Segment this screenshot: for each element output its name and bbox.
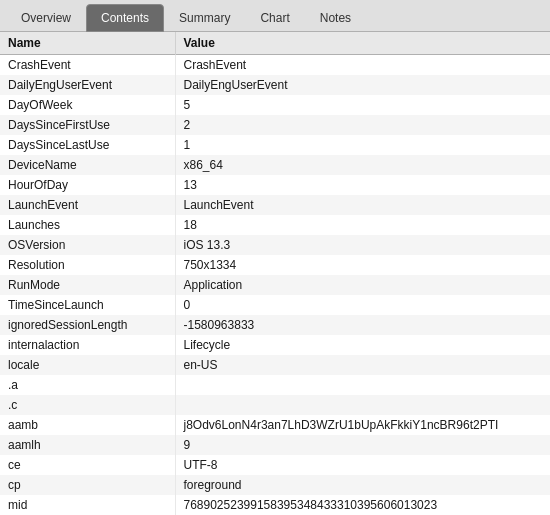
cell-name: DailyEngUserEvent [0, 75, 175, 95]
cell-name: DaysSinceFirstUse [0, 115, 175, 135]
table-row[interactable]: internalactionLifecycle [0, 335, 550, 355]
table-row[interactable]: mid7689025239915839534843331039560601302… [0, 495, 550, 515]
table-row[interactable]: DaysSinceLastUse1 [0, 135, 550, 155]
table-row[interactable]: CrashEventCrashEvent [0, 55, 550, 76]
tab-overview[interactable]: Overview [6, 4, 86, 32]
cell-value: 13 [175, 175, 550, 195]
cell-value: 18 [175, 215, 550, 235]
column-header-name: Name [0, 32, 175, 55]
table-row[interactable]: TimeSinceLaunch0 [0, 295, 550, 315]
cell-name: aamb [0, 415, 175, 435]
cell-name: CrashEvent [0, 55, 175, 76]
cell-value [175, 375, 550, 395]
cell-name: .a [0, 375, 175, 395]
cell-name: DayOfWeek [0, 95, 175, 115]
cell-name: .c [0, 395, 175, 415]
table-row[interactable]: localeen-US [0, 355, 550, 375]
tab-bar: OverviewContentsSummaryChartNotes [0, 0, 550, 32]
column-header-value: Value [175, 32, 550, 55]
table-row[interactable]: aamlh9 [0, 435, 550, 455]
cell-value: 0 [175, 295, 550, 315]
tab-summary[interactable]: Summary [164, 4, 245, 32]
cell-value: CrashEvent [175, 55, 550, 76]
table-row[interactable]: OSVersioniOS 13.3 [0, 235, 550, 255]
cell-name: HourOfDay [0, 175, 175, 195]
cell-value: en-US [175, 355, 550, 375]
table-row[interactable]: HourOfDay13 [0, 175, 550, 195]
cell-value: 1 [175, 135, 550, 155]
cell-value: foreground [175, 475, 550, 495]
tab-notes[interactable]: Notes [305, 4, 366, 32]
cell-value: 750x1334 [175, 255, 550, 275]
table-row[interactable]: ceUTF-8 [0, 455, 550, 475]
cell-name: mid [0, 495, 175, 515]
table-row[interactable]: .a [0, 375, 550, 395]
table-row[interactable]: LaunchEventLaunchEvent [0, 195, 550, 215]
cell-value: j8Odv6LonN4r3an7LhD3WZrU1bUpAkFkkiY1ncBR… [175, 415, 550, 435]
cell-value: DailyEngUserEvent [175, 75, 550, 95]
cell-name: OSVersion [0, 235, 175, 255]
table-row[interactable]: Resolution750x1334 [0, 255, 550, 275]
table-header-row: Name Value [0, 32, 550, 55]
cell-name: TimeSinceLaunch [0, 295, 175, 315]
table-row[interactable]: .c [0, 395, 550, 415]
cell-value: x86_64 [175, 155, 550, 175]
cell-value: -1580963833 [175, 315, 550, 335]
table-row[interactable]: DayOfWeek5 [0, 95, 550, 115]
cell-name: internalaction [0, 335, 175, 355]
cell-name: ignoredSessionLength [0, 315, 175, 335]
table-row[interactable]: DaysSinceFirstUse2 [0, 115, 550, 135]
cell-value: 5 [175, 95, 550, 115]
cell-value [175, 395, 550, 415]
table-row[interactable]: DailyEngUserEventDailyEngUserEvent [0, 75, 550, 95]
cell-value: 76890252399158395348433310395606013023 [175, 495, 550, 515]
cell-name: cp [0, 475, 175, 495]
cell-name: locale [0, 355, 175, 375]
cell-name: aamlh [0, 435, 175, 455]
tab-contents[interactable]: Contents [86, 4, 164, 32]
cell-value: iOS 13.3 [175, 235, 550, 255]
cell-name: RunMode [0, 275, 175, 295]
cell-name: ce [0, 455, 175, 475]
cell-value: 9 [175, 435, 550, 455]
table-container[interactable]: Name Value CrashEventCrashEventDailyEngU… [0, 32, 550, 515]
cell-name: DeviceName [0, 155, 175, 175]
cell-value: LaunchEvent [175, 195, 550, 215]
table-row[interactable]: aambj8Odv6LonN4r3an7LhD3WZrU1bUpAkFkkiY1… [0, 415, 550, 435]
cell-value: Application [175, 275, 550, 295]
table-row[interactable]: RunModeApplication [0, 275, 550, 295]
cell-value: Lifecycle [175, 335, 550, 355]
table-row[interactable]: DeviceNamex86_64 [0, 155, 550, 175]
table-row[interactable]: cpforeground [0, 475, 550, 495]
cell-name: DaysSinceLastUse [0, 135, 175, 155]
cell-value: UTF-8 [175, 455, 550, 475]
data-table: Name Value CrashEventCrashEventDailyEngU… [0, 32, 550, 515]
cell-name: Resolution [0, 255, 175, 275]
table-row[interactable]: Launches18 [0, 215, 550, 235]
tab-chart[interactable]: Chart [245, 4, 304, 32]
table-row[interactable]: ignoredSessionLength-1580963833 [0, 315, 550, 335]
cell-value: 2 [175, 115, 550, 135]
cell-name: LaunchEvent [0, 195, 175, 215]
cell-name: Launches [0, 215, 175, 235]
